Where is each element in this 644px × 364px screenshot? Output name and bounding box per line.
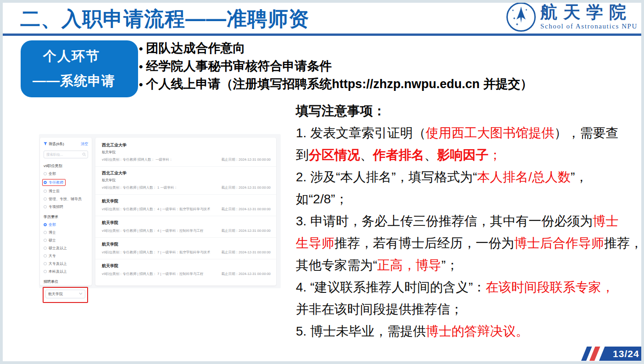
filter-option[interactable]: 硕士 [44,238,56,243]
page-number: 13/24 [613,348,639,359]
note-segment: 其他专家需为“ [296,258,377,272]
job-meta-row: v9职位类别：专任教师 | 招聘人数： 1 一级学科：截止日期：2024-12-… [102,185,271,190]
filter-option-label: 博士后 [49,189,60,194]
job-dept: 航天学院 [102,150,271,155]
astronautics-rocket-emblem-icon [506,2,536,32]
job-meta-row: v9职位类别：专任教师 招聘人数： 一级学科：截止日期：2024-12-31 0… [102,157,271,162]
job-meta-row: v9职位类别：专任教师 | 招聘人数： 4 | 一级学科：控制科学与工程截止日期… [102,229,271,233]
radio-icon [44,172,47,175]
filter-option-label: 专任教师 [49,180,63,185]
note-segment: 如“2/8”； [296,192,348,206]
filter-option[interactable]: 大专 [44,253,56,258]
job-meta: v9职位类别：专任教师 | 招聘人数： 7 | 一级学科：航空宇航科学与技术 [102,250,210,255]
clear-filters-button[interactable]: 清空 [81,141,88,146]
note-line: 4. “建议联系推荐人时间的含义”：在该时间段联系专家， [296,276,644,298]
note-segment: ； [489,148,501,162]
radio-icon [44,205,47,208]
note-segment: 博士后合作导师 [514,236,604,250]
radio-icon [44,231,47,234]
job-org-title: 西北工业大学 [102,170,271,176]
job-org-title: 航天学院 [102,198,271,204]
job-listing-row[interactable]: 航天学院v9职位类别：专任教师 | 招聘人数： 4 | 一级学科：航空宇航科学与… [95,195,276,216]
filter-title: 筛选(6条) [44,141,64,146]
page-number-box: 13/24 [599,347,644,361]
note-segment: 并非在该时间段提供推荐信； [296,302,463,316]
note-segment: 分区情况 [309,148,360,162]
job-deadline: 截止日期：2024-12-31 00:00:00 [222,185,271,190]
note-segment: ”； [441,258,458,272]
job-listings-panel: 西北工业大学航天学院v9职位类别：专任教师 招聘人数： 一级学科：截止日期：20… [95,138,276,286]
recruitment-system-screenshot: 筛选(6条) 清空 v9职位类别全部专任教师博士后管理、专技、辅导员专项招聘学历… [39,134,281,288]
filter-option[interactable]: 博士后 [44,189,60,194]
note-segment: 作者排名 [373,148,424,162]
filter-option[interactable]: 本科及以上 [44,269,67,274]
school-logo: 航天学院 School of Astronautics NPU [506,2,638,32]
unit-select-value: 航天学院 [48,291,63,297]
page-number-corner: 13/24 [581,347,644,361]
note-line: 5. 博士未毕业，需提供博士的答辩决议。 [296,320,644,342]
job-deadline: 截止日期：2024-12-31 00:00:00 [222,157,271,162]
note-line: 到分区情况、作者排名、影响因子； [296,144,644,166]
job-search-input[interactable] [44,151,88,158]
note-line: 3. 申请时，务必上传三份推荐信，其中有一份必须为博士 [296,210,644,232]
filter-option[interactable]: 硕士及以上 [44,246,67,251]
note-line: 其他专家需为“正高，博导”； [296,254,644,276]
filter-option-label: 大专 [49,253,56,258]
bullet-item: •个人线上申请（注册填写招聘系统https://zhzp.nwpu.edu.cn… [139,75,533,93]
school-name-cn: 航天学院 [540,4,632,22]
process-stage-box: 个人环节 ——系统申请 [21,40,138,97]
filter-header[interactable]: 筛选(6条) 清空 [44,141,88,146]
job-listing-row[interactable]: 西北工业大学航天学院v9职位类别：专任教师 招聘人数： 一级学科：截止日期：20… [95,139,276,167]
filter-option[interactable]: 全部 [44,222,56,227]
note-line: 并非在该时间段提供推荐信； [296,298,644,320]
note-segment: 5. 博士未毕业，需提供 [296,324,426,338]
job-deadline: 截止日期：2024-12-31 00:00:00 [222,229,271,233]
note-segment: 生导师 [296,236,334,250]
radio-icon [44,190,47,193]
job-listing-row[interactable]: 西北工业大学航天学院v9职位类别：专任教师 | 招聘人数： 1 一级学科：截止日… [95,167,276,195]
notes-heading: 填写注意事项： [296,100,644,122]
note-segment: 2. 涉及“本人排名”，填写格式为“ [296,170,477,184]
note-segment: ”， [571,170,588,184]
note-line: 生导师推荐，若有博士后经历，一份为博士后合作导师推荐， [296,232,644,254]
job-meta: v9职位类别：专任教师 | 招聘人数： 4 | 一级学科：航空宇航科学与技术 [102,207,210,212]
job-listing-row[interactable]: 航天学院v9职位类别：专任教师 | 招聘人数： 4 | 一级学科：控制科学与工程… [95,216,276,238]
note-segment: 在该时间段联系专家， [486,280,614,294]
filter-option[interactable]: 专任教师 [42,179,66,186]
filter-option-label: 大专及以上 [49,261,67,266]
process-stage-subtitle: ——系统申请 [33,72,138,90]
note-segment: 到 [296,148,309,162]
job-listing-row[interactable]: 航天学院v9职位类别：专任教师 | 招聘人数： 7 | 一级学科：航空宇航科学与… [95,238,276,259]
job-meta-row: v9职位类别：专任教师 | 招聘人数： 7 | 一级学科：控制科学与工程截止日期… [102,272,271,276]
job-meta-row: v9职位类别：专任教师 | 招聘人数： 7 | 一级学科：航空宇航科学与技术截止… [102,250,271,255]
note-segment: 3. 申请时，务必上传三份推荐信，其中有一份必须为 [296,214,593,228]
note-segment: 博士 [593,214,618,228]
note-segment: 影响因子 [437,148,489,162]
filter-option[interactable]: 大专及以上 [44,261,67,266]
bullet-item: •经学院人事秘书审核符合申请条件 [139,57,533,75]
process-stage-title: 个人环节 [43,47,100,66]
job-search-box [44,151,88,158]
filter-option[interactable]: 专项招聘 [44,204,63,209]
job-org-title: 航天学院 [102,241,271,247]
filter-option[interactable]: 博士 [44,230,56,235]
filter-panel: 筛选(6条) 清空 v9职位类别全部专任教师博士后管理、专技、辅导员专项招聘学历… [40,138,92,286]
unit-select[interactable]: 航天学院 [45,290,85,298]
job-org-title: 西北工业大学 [102,142,271,148]
radio-icon [44,181,47,184]
job-meta: v9职位类别：专任教师 | 招聘人数： 1 一级学科： [102,185,178,190]
job-meta-row: v9职位类别：专任教师 | 招聘人数： 4 | 一级学科：航空宇航科学与技术截止… [102,207,271,212]
filter-option[interactable]: 管理、专技、辅导员 [44,196,82,202]
note-segment: 推荐， [604,236,643,250]
unit-select-highlight: 航天学院 [43,287,88,303]
school-logo-text: 航天学院 School of Astronautics NPU [540,4,638,31]
job-deadline: 截止日期：2024-12-31 00:00:00 [222,272,271,276]
notes-lines: 1. 发表文章索引证明（使用西工大图书馆提供），需要查到分区情况、作者排名、影响… [296,122,644,342]
filter-option[interactable]: 全部 [44,171,56,176]
radio-icon [44,262,47,265]
filter-group-label: v9职位类别 [44,163,88,168]
job-listing-row[interactable]: 航天学院v9职位类别：专任教师 | 招聘人数： 7 | 一级学科：控制科学与工程… [95,259,276,280]
bullet-item: •团队达成合作意向 [139,39,533,57]
radio-icon [44,223,47,226]
note-segment: 使用西工大图书馆提供 [426,126,554,140]
